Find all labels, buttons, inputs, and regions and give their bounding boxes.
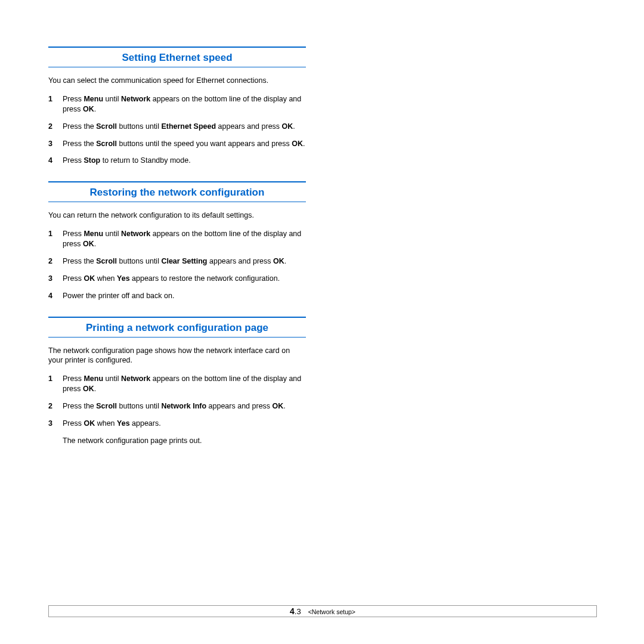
step-number: 1: [48, 374, 63, 394]
step: 1Press Menu until Network appears on the…: [48, 229, 306, 249]
heading-rule-bottom: [48, 337, 306, 338]
footer-page-number: 4.3: [290, 606, 301, 616]
step-number: 1: [48, 94, 63, 114]
heading-rule-bottom: [48, 67, 306, 67]
step-body: Press Menu until Network appears on the …: [63, 94, 306, 114]
step: 1Press Menu until Network appears on the…: [48, 94, 306, 114]
step: 3Press OK when Yes appears.: [48, 419, 306, 429]
step-body: Press the Scroll buttons until Network I…: [63, 401, 306, 411]
step-number: 3: [48, 139, 63, 149]
step-list: 1Press Menu until Network appears on the…: [48, 94, 306, 166]
step-number: 1: [48, 229, 63, 249]
section-heading: Setting Ethernet speed: [48, 51, 306, 64]
step-body: Press Stop to return to Standby mode.: [63, 156, 306, 166]
section: Printing a network configuration pageThe…: [48, 317, 306, 446]
step: 4Power the printer off and back on.: [48, 291, 306, 301]
step-number: 3: [48, 274, 63, 284]
section-intro: You can select the communication speed f…: [48, 76, 306, 86]
step-number: 3: [48, 419, 63, 429]
heading-rule-top: [48, 181, 306, 182]
step: 2Press the Scroll buttons until Network …: [48, 401, 306, 411]
footer-section-label: <Network setup>: [308, 608, 355, 615]
step-body: Press OK when Yes appears to restore the…: [63, 274, 306, 284]
step-body: Press Menu until Network appears on the …: [63, 229, 306, 249]
step-body: Press the Scroll buttons until Ethernet …: [63, 122, 306, 132]
page: Setting Ethernet speedYou can select the…: [0, 0, 644, 644]
content-column: Setting Ethernet speedYou can select the…: [48, 47, 306, 462]
step: 4Press Stop to return to Standby mode.: [48, 156, 306, 166]
step-body: Press the Scroll buttons until the speed…: [63, 139, 306, 149]
section: Restoring the network configurationYou c…: [48, 181, 306, 301]
step-number: 2: [48, 401, 63, 411]
heading-rule-bottom: [48, 202, 306, 202]
section-intro: You can return the network configuration…: [48, 210, 306, 221]
footer-inner: 4.3 <Network setup>: [290, 606, 355, 616]
section: Setting Ethernet speedYou can select the…: [48, 47, 306, 166]
step-body: Press the Scroll buttons until Clear Set…: [63, 256, 306, 267]
step-number: 2: [48, 256, 63, 267]
section-heading: Printing a network configuration page: [48, 321, 306, 335]
step-list: 1Press Menu until Network appears on the…: [48, 229, 306, 301]
heading-rule-top: [48, 317, 306, 318]
step-number: 2: [48, 122, 63, 132]
section-heading: Restoring the network configuration: [48, 186, 306, 199]
footer-page: .3: [295, 607, 301, 616]
step: 3Press the Scroll buttons until the spee…: [48, 139, 306, 149]
footer-chapter: 4: [290, 606, 295, 616]
step: 2Press the Scroll buttons until Clear Se…: [48, 256, 306, 267]
step: 2Press the Scroll buttons until Ethernet…: [48, 122, 306, 132]
step: 1Press Menu until Network appears on the…: [48, 374, 306, 394]
step-note: The network configuration page prints ou…: [63, 436, 306, 446]
step-number: 4: [48, 291, 63, 301]
step-body: Press Menu until Network appears on the …: [63, 374, 306, 394]
step-list: 1Press Menu until Network appears on the…: [48, 374, 306, 445]
step: 3Press OK when Yes appears to restore th…: [48, 274, 306, 284]
page-footer: 4.3 <Network setup>: [48, 605, 597, 617]
step-body: Press OK when Yes appears.: [63, 419, 306, 429]
step-body: Power the printer off and back on.: [63, 291, 306, 301]
section-intro: The network configuration page shows how…: [48, 346, 306, 366]
heading-rule-top: [48, 47, 306, 48]
step-number: 4: [48, 156, 63, 166]
